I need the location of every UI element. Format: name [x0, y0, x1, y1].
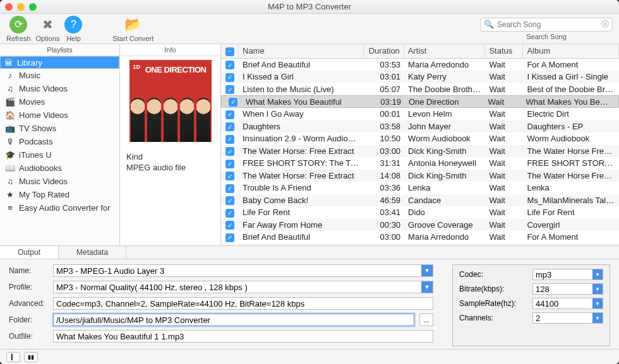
refresh-button[interactable]: ⟳ Refresh	[6, 16, 31, 42]
sidebar-item[interactable]: ♫Music Videos	[0, 82, 119, 95]
sidebar-item[interactable]: 📺TV Shows	[0, 122, 119, 135]
cell-album: Life For Rent	[523, 206, 619, 219]
cell-name: What Makes You Beautiful	[242, 96, 364, 108]
browse-button[interactable]: ...	[419, 314, 433, 326]
advanced-field[interactable]: Codec=mp3, Channel=2, SampleRate=44100 H…	[53, 297, 433, 310]
samplerate-select[interactable]: 44100▼	[532, 298, 603, 309]
outfile-field[interactable]: What Makes You Beautiful 1 1.mp3	[53, 330, 433, 343]
row-checkbox[interactable]: ✓	[225, 73, 234, 82]
tab-output[interactable]: Output	[0, 246, 59, 259]
table-row[interactable]: ✓ When I Go Away 00:01 Levon Helm Wait E…	[221, 108, 619, 120]
tab-metadata[interactable]: Metadata	[59, 246, 126, 259]
channels-select[interactable]: 2▼	[532, 312, 603, 324]
table-row[interactable]: ✓ Trouble Is A Friend 03:36 Lenka Wait L…	[221, 182, 619, 194]
kind-label: Kind	[126, 152, 214, 161]
chevron-down-icon: ▼	[421, 265, 433, 276]
profile-select[interactable]: MP3 - Normal Quality( 44100 Hz, stereo ,…	[53, 281, 433, 293]
col-album[interactable]: Album	[523, 44, 619, 58]
info-pane: Info 1D ONE DIRECTION Kind MPEG audio fi…	[120, 44, 221, 245]
sidebar-item[interactable]: 📖Audiobooks	[0, 161, 119, 175]
info-header: Info	[120, 44, 220, 56]
start-convert-button[interactable]: 📂 Start Convert	[112, 16, 153, 42]
table-row[interactable]: ✓ I Kissed a Girl 03:01 Katy Perry Wait …	[221, 71, 619, 83]
titlebar: M4P to MP3 Converter	[0, 0, 619, 14]
cell-album: What Makes You Beautifu	[522, 96, 616, 108]
sidebar-item[interactable]: ★My Top Rated	[0, 188, 119, 201]
row-checkbox[interactable]: ✓	[225, 196, 234, 205]
row-checkbox[interactable]: ✓	[225, 61, 234, 69]
codec-select[interactable]: mp3▼	[532, 269, 603, 280]
col-name[interactable]: Name	[239, 44, 364, 58]
row-checkbox[interactable]: ✓	[225, 209, 234, 218]
table-row[interactable]: ✓ Listen to the Music (Live) 05:07 The D…	[221, 83, 619, 96]
table-row[interactable]: ✓ What Makes You Beautiful 03:19 One Dir…	[221, 95, 619, 108]
row-checkbox[interactable]: ✓	[225, 122, 234, 131]
cell-name: FREE SHORT STORY: The Time Bein...	[239, 157, 364, 170]
sidebar-item[interactable]: ≡Easy Audio Converter for	[0, 201, 119, 214]
table-row[interactable]: ✓ Life For Rent 03:41 Dido Wait Life For…	[221, 206, 619, 219]
outfile-label: Outfile:	[9, 332, 48, 341]
cell-status: Wait	[485, 219, 523, 232]
cell-duration: 03:36	[364, 182, 404, 194]
cell-duration: 00:30	[364, 219, 404, 232]
convert-icon: 📂	[124, 16, 142, 33]
search-field[interactable]	[497, 20, 598, 29]
playlist-icon: ★	[5, 190, 15, 199]
search-label: Search Song	[526, 33, 567, 40]
col-status[interactable]: Status	[485, 44, 523, 58]
cell-name: Life For Rent	[239, 206, 364, 219]
pause-button[interactable]: ▮▮	[24, 352, 38, 362]
cell-artist: Lenka	[404, 182, 485, 194]
cell-album: Covergirl	[523, 219, 619, 232]
table-header: − Name Duration Artist Status Album	[221, 44, 619, 59]
col-artist[interactable]: Artist	[404, 44, 486, 58]
table-row[interactable]: ✓ Brief And Beautiful 03:53 Maria Arredo…	[221, 59, 619, 71]
folder-field[interactable]: /Users/jiafull/Music/M4P to MP3 Converte…	[53, 314, 414, 326]
kind-value: MPEG audio file	[126, 163, 214, 172]
table-row[interactable]: ✓ FREE SHORT STORY: The Time Bein... 31:…	[221, 157, 619, 170]
sidebar-item[interactable]: ♫Music Videos	[0, 175, 119, 188]
table-row[interactable]: ✓ The Water Horse: Free Extract 03:00 Di…	[221, 145, 619, 158]
cell-status: Wait	[485, 157, 523, 170]
sidebar-item[interactable]: 🏠Home Videos	[0, 109, 119, 122]
row-checkbox[interactable]: ✓	[229, 98, 237, 107]
row-checkbox[interactable]: ✓	[225, 221, 234, 230]
play-button[interactable]: ▎	[6, 352, 20, 362]
table-row[interactable]: ✓ Insinuation 2.9 - Worm Audiobook 10:50…	[221, 132, 619, 145]
select-all-checkbox[interactable]: −	[225, 47, 234, 56]
table-row[interactable]: ✓ Far Away From Home 00:30 Groove Covera…	[221, 219, 619, 232]
sidebar-item-label: Podcasts	[19, 137, 52, 146]
row-checkbox[interactable]: ✓	[225, 184, 234, 193]
row-checkbox[interactable]: ✓	[225, 135, 234, 144]
search-input[interactable]: 🔍 ⓧ	[480, 18, 613, 32]
clear-icon[interactable]: ⓧ	[601, 19, 609, 30]
sidebar-item[interactable]: 🎬Movies	[0, 95, 119, 109]
cell-name: Brief And Beautiful	[239, 59, 364, 71]
help-button[interactable]: ? Help	[64, 16, 82, 42]
table-row[interactable]: ✓ Daughters 03:58 John Mayer Wait Daught…	[221, 120, 619, 133]
cell-album: FREE SHORT STORY The	[523, 157, 619, 170]
col-duration[interactable]: Duration	[364, 44, 404, 58]
playlist-icon: 🎓	[5, 150, 15, 160]
sidebar-item[interactable]: 🏛Library	[0, 56, 119, 69]
sidebar-item[interactable]: 🎙Podcasts	[0, 135, 119, 148]
cell-duration: 10:50	[364, 132, 404, 145]
row-checkbox[interactable]: ✓	[225, 160, 234, 168]
options-button[interactable]: ✖ Options	[36, 16, 60, 42]
row-checkbox[interactable]: ✓	[225, 147, 234, 156]
row-checkbox[interactable]: ✓	[225, 85, 234, 94]
row-checkbox[interactable]: ✓	[225, 172, 234, 180]
table-row[interactable]: ✓ Brief And Beautiful 03:00 Maria Arredo…	[221, 231, 619, 244]
table-row[interactable]: ✓ Baby Come Back! 46:59 Candace Wait Ms_…	[221, 194, 619, 207]
row-checkbox[interactable]: ✓	[225, 110, 234, 119]
table-row[interactable]: ✓ The Water Horse: Free Extract 14:08 Di…	[221, 170, 619, 182]
sidebar-item[interactable]: ♪Music	[0, 69, 119, 82]
sidebar-item[interactable]: 🎓iTunes U	[0, 148, 119, 161]
cell-artist: Maria Arredondo	[404, 59, 485, 71]
playlist-icon: ♫	[5, 177, 15, 186]
name-select[interactable]: MP3 - MPEG-1 Audio Layer 3▼	[53, 264, 433, 277]
cell-duration: 03:19	[364, 96, 405, 108]
row-checkbox[interactable]: ✓	[225, 233, 234, 242]
cell-status: Wait	[485, 231, 523, 244]
bitrate-select[interactable]: 128▼	[532, 283, 603, 295]
